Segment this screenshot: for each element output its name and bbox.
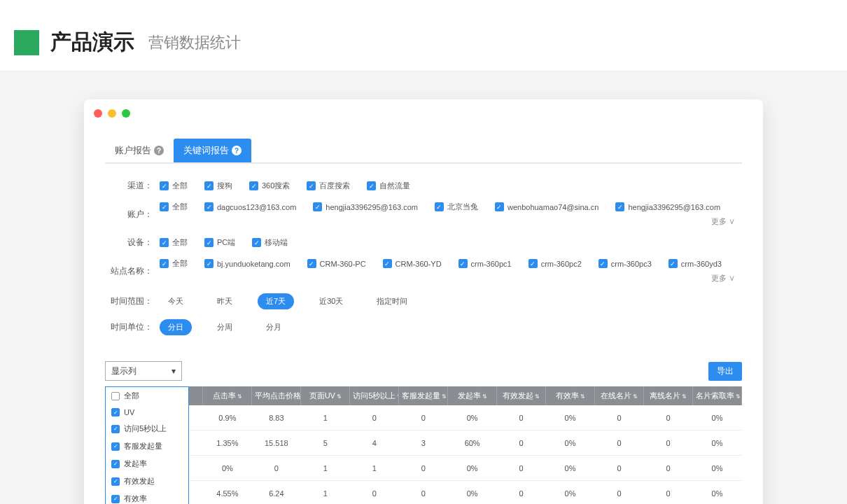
filter-option[interactable]: ✓crm-360yd3 [668, 259, 722, 268]
checkbox-icon: ✓ [668, 259, 678, 268]
filter-options: ✓全部✓搜狗✓360搜索✓百度搜索✓自然流量 [160, 181, 742, 191]
caret-down-icon: ▾ [172, 366, 176, 376]
checkbox-icon: ✓ [204, 202, 214, 211]
filter-option[interactable]: ✓搜狗 [204, 181, 232, 191]
more-link[interactable]: 更多 ∨ [711, 273, 742, 284]
chevron-down-icon: ∨ [729, 274, 735, 282]
table-cell: 0 [643, 456, 692, 481]
checkbox-icon: ✓ [458, 259, 468, 268]
filter-option[interactable]: ✓360搜索 [249, 181, 290, 191]
export-button[interactable]: 导出 [708, 362, 742, 381]
filter-option[interactable]: ✓dagcuos123@163.com [204, 202, 296, 211]
table-cell: 60% [448, 430, 497, 456]
filter-account: 账户： ✓全部✓dagcuos123@163.com✓hengjia339629… [105, 197, 742, 232]
dropdown-label: 显示列 [111, 365, 136, 377]
column-header[interactable]: 在线名片⇅ [595, 386, 644, 405]
help-icon[interactable]: ? [154, 146, 164, 155]
filter-option[interactable]: ✓crm-360pc3 [598, 259, 652, 268]
checkbox-icon: ✓ [383, 259, 392, 268]
table-cell: 0 [595, 456, 644, 481]
table-cell: 0% [692, 481, 741, 505]
filter-option[interactable]: ✓北京当兔 [435, 202, 478, 212]
table-cell: 0 [595, 405, 644, 430]
checkbox-icon: ✓ [160, 181, 169, 190]
table-cell: 3 [399, 430, 448, 456]
checkbox-icon: ✓ [307, 259, 316, 268]
column-header[interactable]: 发起率⇅ [448, 386, 497, 405]
table-body: bj-云朵课堂0.9%8.831000%00%000%bj-云朵课堂1.35%1… [105, 405, 742, 504]
filter-option[interactable]: ✓PC端 [204, 237, 235, 248]
column-selector-button[interactable]: 显示列 ▾ [105, 361, 182, 381]
checkbox-icon: ✓ [598, 259, 608, 268]
filter-option[interactable]: ✓wenbohuamao74@sina.cn [495, 202, 598, 211]
column-option[interactable]: ✓有效率 [106, 490, 188, 504]
checkbox-icon: ✓ [204, 181, 214, 190]
column-header[interactable]: 名片索取率⇅ [692, 386, 741, 405]
range-option[interactable]: 今天 [160, 293, 192, 309]
column-header[interactable]: 页面UV⇅ [301, 386, 350, 405]
filter-site: 站点名称： ✓全部✓bj.yunduoketang.com✓CRM-360-PC… [105, 253, 742, 288]
filter-option[interactable]: ✓CRM-360-PC [307, 259, 366, 268]
filter-label: 站点名称： [105, 265, 153, 277]
checkbox-icon: ✓ [160, 202, 169, 211]
filter-device: 设备： ✓全部✓PC端✓移动端 [105, 232, 742, 253]
checkbox-icon: ✓ [160, 238, 169, 247]
filter-option[interactable]: ✓bj.yunduoketang.com [204, 259, 290, 268]
tab-account-report[interactable]: 账户报告 ? [105, 139, 174, 162]
range-option[interactable]: 分周 [209, 319, 241, 335]
filter-option[interactable]: ✓hengjia3396295@163.com [313, 202, 418, 211]
minimize-icon[interactable] [108, 109, 116, 118]
column-header[interactable]: 客服发起量⇅ [399, 386, 448, 405]
filter-option[interactable]: ✓自然流量 [367, 181, 410, 191]
filter-option[interactable]: ✓crm-360pc2 [528, 259, 582, 268]
range-option[interactable]: 近30天 [311, 293, 351, 309]
column-header[interactable]: 有效率⇅ [546, 386, 595, 405]
help-icon[interactable]: ? [232, 146, 241, 155]
table-cell: 0 [399, 481, 448, 505]
checkbox-icon: ✓ [111, 408, 120, 416]
column-header[interactable]: 访问5秒以上⇅ [350, 386, 399, 405]
filter-option[interactable]: ✓CRM-360-YD [383, 259, 442, 268]
column-option[interactable]: ✓发起率 [106, 455, 188, 472]
column-option[interactable]: ✓UV [106, 405, 188, 420]
filter-option[interactable]: ✓hengjia3396295@163.com [615, 202, 720, 211]
filter-option[interactable]: ✓全部 [160, 237, 188, 248]
close-icon[interactable] [94, 109, 102, 118]
tab-keyword-report[interactable]: 关键词报告 ? [174, 139, 251, 162]
range-option[interactable]: 昨天 [209, 293, 241, 309]
checkbox-icon: ✓ [111, 425, 120, 433]
table-cell: 15.518 [252, 430, 301, 456]
column-header[interactable]: 点击率⇅ [203, 386, 252, 405]
column-option[interactable]: ✓客服发起量 [106, 438, 188, 455]
table-cell: 5 [301, 430, 350, 456]
table-row: bj-云朵课堂4.55%6.241000%00%000% [105, 481, 742, 505]
range-option[interactable]: 指定时间 [368, 293, 416, 309]
column-header[interactable]: 离线名片⇅ [643, 386, 692, 405]
column-option[interactable]: ✓访问5秒以上 [106, 420, 188, 438]
filter-option[interactable]: ✓crm-360pc1 [458, 259, 512, 268]
more-link[interactable]: 更多 ∨ [711, 216, 742, 227]
filter-option[interactable]: ✓全部 [160, 258, 188, 269]
page-subtitle: 营销数据统计 [148, 32, 241, 53]
table-cell: 1.35% [203, 430, 252, 456]
range-option[interactable]: 分月 [258, 319, 290, 335]
maximize-icon[interactable] [122, 109, 130, 118]
column-header[interactable]: 平均点击价格(元)⇅ [252, 386, 301, 405]
table-cell: 0 [595, 430, 644, 456]
table-cell: 0% [546, 405, 595, 430]
filter-option[interactable]: ✓全部 [160, 181, 188, 191]
column-option[interactable]: 全部 [106, 387, 188, 405]
checkbox-icon: ✓ [111, 460, 120, 468]
filter-option[interactable]: ✓移动端 [252, 237, 288, 248]
table-cell: 1 [301, 456, 350, 481]
column-option[interactable]: ✓有效发起 [106, 472, 188, 490]
column-selector-dropdown[interactable]: 全部✓UV✓访问5秒以上✓客服发起量✓发起率✓有效发起✓有效率✓在线名片✓离线名… [105, 386, 189, 504]
range-option[interactable]: 近7天 [258, 293, 294, 309]
checkbox-icon: ✓ [495, 202, 504, 211]
filter-option[interactable]: ✓全部 [160, 202, 188, 212]
filter-option[interactable]: ✓百度搜索 [307, 181, 350, 191]
filter-label: 账户： [105, 209, 153, 220]
chevron-down-icon: ∨ [729, 217, 735, 225]
column-header[interactable]: 有效发起⇅ [497, 386, 546, 405]
range-option[interactable]: 分日 [160, 319, 192, 335]
